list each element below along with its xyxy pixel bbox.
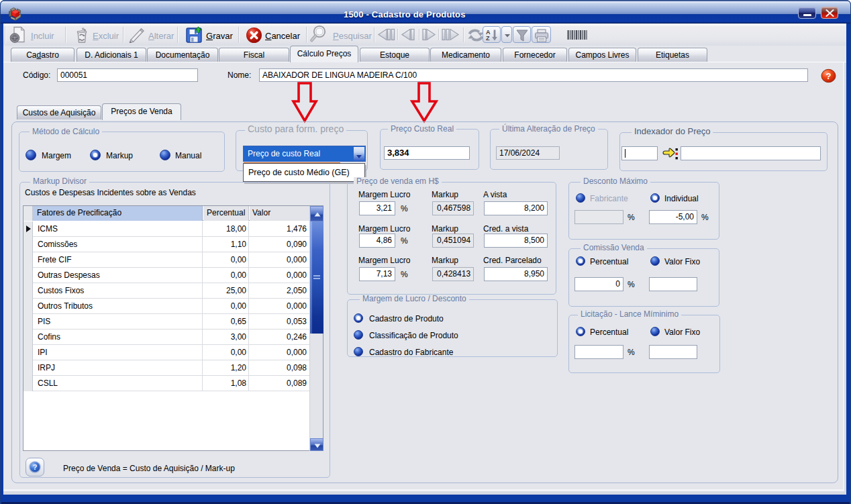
svg-text:Z: Z (486, 35, 490, 42)
svg-text:?: ? (33, 463, 38, 471)
svg-text:A: A (486, 29, 491, 36)
svg-text:?: ? (826, 71, 832, 81)
